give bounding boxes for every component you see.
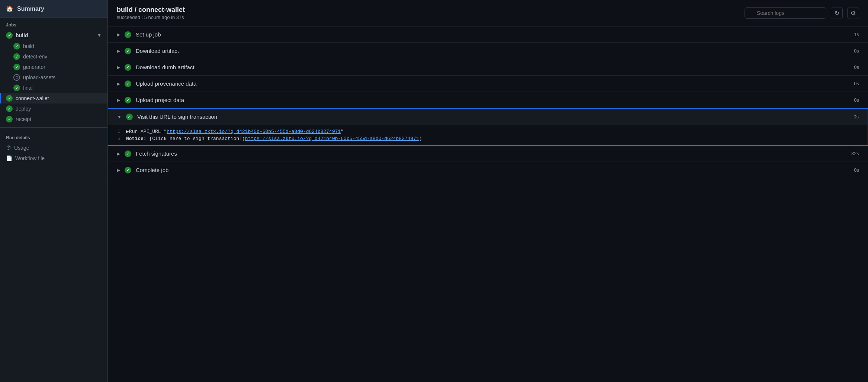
refresh-icon: ↻ xyxy=(835,10,839,17)
step-row-complete[interactable]: ▶ ✓ Complete job 0s xyxy=(108,162,868,178)
api-url-link[interactable]: https://slsa.zktx.io/?q=d421b40b-60b5-45… xyxy=(167,129,341,134)
step-status-deploy: ✓ xyxy=(6,105,13,112)
step-row-download-artifact[interactable]: ▶ ✓ Download artifact 0s xyxy=(108,43,868,59)
step-status-icon: ✓ xyxy=(125,167,131,174)
step-status-icon: ✓ xyxy=(125,97,131,104)
chevron-right-icon: ▶ xyxy=(117,65,120,70)
step-row-visit-url[interactable]: ▼ ✓ Visit this URL to sign transaction 0… xyxy=(108,108,868,125)
home-icon: 🏠 xyxy=(6,5,13,12)
job-group-build: ✓ build ▼ ✓ build ✓ detect-env ✓ generat… xyxy=(0,30,107,93)
log-line-content: Notice: [Click here to sign transaction]… xyxy=(126,136,859,141)
step-row-download-dumb[interactable]: ▶ ✓ Download dumb artifact 0s xyxy=(108,59,868,76)
file-icon: 📄 xyxy=(6,155,12,161)
log-area-visit-url: 1 ▶Run API_URL="https://slsa.zktx.io/?q=… xyxy=(108,125,868,146)
header-actions: ↻ ⚙ xyxy=(745,7,859,19)
jobs-section-label: Jobs xyxy=(0,18,107,30)
step-status-generator: ✓ xyxy=(13,64,20,70)
status-icon-build: ✓ xyxy=(6,32,13,39)
log-line-content: ▶Run API_URL="https://slsa.zktx.io/?q=d4… xyxy=(126,128,859,134)
step-status-upload-assets: ⊘ xyxy=(13,74,20,81)
main-header: build / connect-wallet succeeded 15 hour… xyxy=(108,0,868,26)
build-steps: ✓ build ✓ detect-env ✓ generator ⊘ uploa… xyxy=(0,41,107,93)
search-logs-input[interactable] xyxy=(745,7,826,19)
sidebar-run-workflow-file[interactable]: 📄 Workflow file xyxy=(0,153,107,163)
sidebar-step-generator[interactable]: ✓ generator xyxy=(0,62,107,72)
chevron-down-icon: ▼ xyxy=(117,114,122,120)
chevron-right-icon: ▶ xyxy=(117,168,120,173)
job-label-build: build xyxy=(16,32,28,38)
page-title: build / connect-wallet xyxy=(117,6,185,14)
job-header-build[interactable]: ✓ build ▼ xyxy=(0,30,107,41)
chevron-down-icon: ▼ xyxy=(97,33,102,38)
summary-label: Summary xyxy=(17,6,44,12)
step-status-icon: ✓ xyxy=(125,80,131,87)
chevron-right-icon: ▶ xyxy=(117,81,120,86)
sidebar-step-upload-assets[interactable]: ⊘ upload-assets xyxy=(0,72,107,83)
step-status-icon: ✓ xyxy=(125,150,131,157)
sidebar: 🏠 Summary Jobs ✓ build ▼ ✓ build ✓ detec… xyxy=(0,0,108,382)
chevron-right-icon: ▶ xyxy=(117,32,120,37)
step-status-icon: ✓ xyxy=(125,64,131,71)
chevron-right-icon: ▶ xyxy=(117,98,120,103)
step-status-detect-env: ✓ xyxy=(13,53,20,60)
sidebar-step-final[interactable]: ✓ final xyxy=(0,83,107,93)
step-status-icon: ✓ xyxy=(125,48,131,54)
sidebar-step-detect-env[interactable]: ✓ detect-env xyxy=(0,51,107,62)
step-status-icon: ✓ xyxy=(125,31,131,38)
chevron-right-icon: ▶ xyxy=(117,48,120,54)
sidebar-step-build[interactable]: ✓ build xyxy=(0,41,107,51)
chevron-right-icon: ▶ xyxy=(117,151,120,156)
step-status-build: ✓ xyxy=(13,43,20,50)
connect-wallet-label: connect-wallet xyxy=(16,95,49,101)
notice-label: Notice: xyxy=(126,136,147,141)
step-row-fetch-sig[interactable]: ▶ ✓ Fetch signatures 32s xyxy=(108,146,868,162)
main-content: build / connect-wallet succeeded 15 hour… xyxy=(108,0,868,382)
step-status-connect-wallet: ✓ xyxy=(6,95,13,102)
step-status-icon: ✓ xyxy=(126,114,133,120)
sidebar-run-usage[interactable]: ⏱ Usage xyxy=(0,143,107,153)
run-details-label: Run details xyxy=(0,131,107,143)
log-line-1: 1 ▶Run API_URL="https://slsa.zktx.io/?q=… xyxy=(108,128,868,135)
gear-icon: ⚙ xyxy=(851,10,856,17)
header-title-group: build / connect-wallet succeeded 15 hour… xyxy=(117,6,185,20)
sidebar-step-connect-wallet[interactable]: ✓ connect-wallet xyxy=(0,93,107,104)
page-subtitle: succeeded 15 hours ago in 37s xyxy=(117,15,185,20)
steps-list: ▶ ✓ Set up job 1s ▶ ✓ Download artifact … xyxy=(108,26,868,382)
sidebar-step-receipt[interactable]: ✓ receipt xyxy=(0,114,107,124)
run-arrow-icon: ▶ xyxy=(126,129,129,134)
log-line-number: 1 xyxy=(113,128,120,134)
timer-icon: ⏱ xyxy=(6,145,11,151)
step-row-upload-proj[interactable]: ▶ ✓ Upload project data 0s xyxy=(108,92,868,108)
step-status-final: ✓ xyxy=(13,85,20,91)
search-logs-wrap xyxy=(745,7,826,19)
refresh-button[interactable]: ↻ xyxy=(831,7,843,19)
step-row-setup[interactable]: ▶ ✓ Set up job 1s xyxy=(108,26,868,43)
sidebar-summary[interactable]: 🏠 Summary xyxy=(0,0,107,18)
log-line-number: 6 xyxy=(113,136,120,141)
sidebar-divider xyxy=(0,127,107,128)
settings-button[interactable]: ⚙ xyxy=(847,7,859,19)
step-status-receipt: ✓ xyxy=(6,116,13,122)
step-row-upload-prov[interactable]: ▶ ✓ Upload provenance data 0s xyxy=(108,76,868,92)
sidebar-step-deploy[interactable]: ✓ deploy xyxy=(0,104,107,114)
log-line-6: 6 Notice: [Click here to sign transactio… xyxy=(108,135,868,142)
sign-transaction-link[interactable]: https://slsa.zktx.io/?q=d421b40b-60b5-45… xyxy=(245,136,419,141)
